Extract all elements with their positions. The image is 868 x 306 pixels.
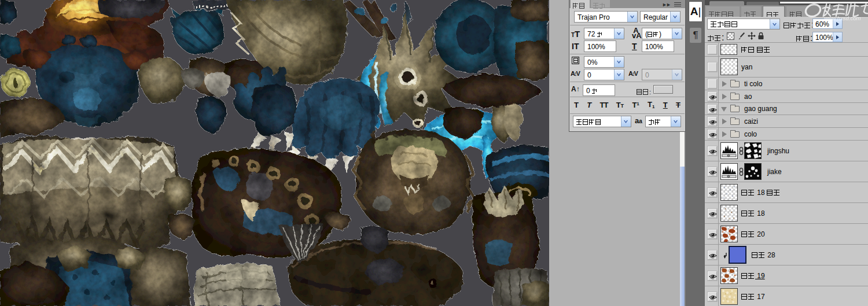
- svg-text:www.hxsd.com: www.hxsd.com: [824, 15, 860, 21]
